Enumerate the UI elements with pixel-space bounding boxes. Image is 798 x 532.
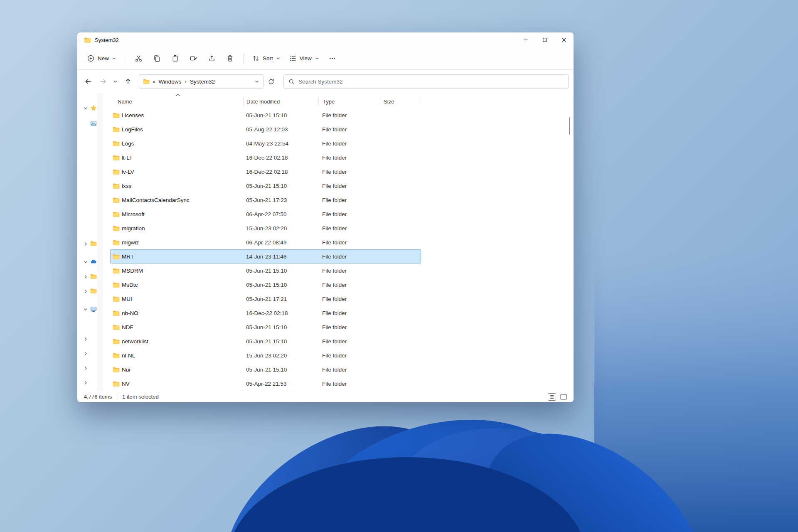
file-row[interactable]: nb-NO 16-Dec-22 02:18 File folder bbox=[110, 306, 421, 320]
forward-icon bbox=[99, 78, 107, 85]
sidebar-item[interactable] bbox=[83, 363, 88, 373]
file-date-modified: 05-Jun-21 17:21 bbox=[243, 296, 318, 302]
file-row[interactable]: MailContactsCalendarSync 05-Jun-21 17:23… bbox=[110, 193, 421, 207]
file-type: File folder bbox=[318, 338, 379, 345]
column-header-type[interactable]: Type bbox=[319, 96, 380, 107]
delete-button[interactable] bbox=[221, 51, 239, 66]
sort-button[interactable]: Sort bbox=[248, 51, 284, 66]
file-row[interactable]: Logs 04-May-23 22:54 File folder bbox=[110, 136, 421, 150]
file-date-modified: 06-Apr-22 08:49 bbox=[243, 239, 318, 246]
sidebar-item[interactable] bbox=[83, 239, 97, 249]
file-row[interactable]: migration 15-Jun-23 02:20 File folder bbox=[110, 221, 421, 235]
copy-button[interactable] bbox=[148, 51, 165, 66]
chevron-right-icon[interactable] bbox=[83, 241, 88, 246]
column-header-name[interactable]: Name bbox=[110, 96, 243, 107]
address-dropdown-button[interactable] bbox=[254, 79, 259, 84]
file-name: MUI bbox=[122, 296, 243, 302]
file-date-modified: 14-Jun-23 11:46 bbox=[243, 254, 318, 260]
file-row[interactable]: lv-LV 16-Dec-22 02:18 File folder bbox=[110, 165, 421, 179]
cut-icon bbox=[135, 54, 143, 62]
search-box[interactable] bbox=[283, 74, 569, 89]
scrollbar-thumb[interactable] bbox=[569, 117, 570, 135]
file-row[interactable]: MRT 14-Jun-23 11:46 File folder bbox=[110, 249, 421, 264]
search-input[interactable] bbox=[298, 79, 564, 85]
details-view-button[interactable] bbox=[548, 393, 556, 401]
file-type: File folder bbox=[318, 282, 379, 288]
sidebar-item[interactable] bbox=[83, 304, 97, 314]
file-row[interactable]: NV 05-Apr-22 21:53 File folder bbox=[110, 377, 421, 391]
file-list: Licenses 05-Jun-21 15:10 File folder Log… bbox=[102, 107, 574, 391]
back-button[interactable] bbox=[81, 75, 96, 88]
file-type: File folder bbox=[318, 126, 379, 133]
sidebar-item[interactable] bbox=[83, 118, 97, 128]
toolbar-separator bbox=[243, 53, 244, 64]
chevron-right-icon[interactable] bbox=[83, 380, 88, 385]
view-button[interactable]: View bbox=[285, 51, 323, 66]
close-button[interactable] bbox=[554, 32, 574, 47]
chevron-down-icon[interactable] bbox=[83, 106, 88, 111]
column-divider[interactable] bbox=[422, 98, 422, 105]
cut-button[interactable] bbox=[130, 51, 147, 66]
sidebar-item[interactable] bbox=[83, 349, 88, 359]
folder-icon bbox=[110, 197, 122, 203]
file-row[interactable]: nl-NL 15-Jun-23 02:20 File folder bbox=[110, 348, 421, 362]
chevron-right-icon[interactable] bbox=[83, 274, 88, 279]
refresh-button[interactable] bbox=[264, 75, 278, 88]
chevron-right-icon[interactable] bbox=[83, 337, 88, 342]
chevron-right-icon[interactable] bbox=[83, 351, 88, 356]
file-row[interactable]: MSDRM 05-Jun-21 15:10 File folder bbox=[110, 264, 421, 278]
breadcrumb-windows[interactable]: Windows bbox=[159, 79, 182, 85]
file-type: File folder bbox=[318, 112, 379, 118]
share-button[interactable] bbox=[203, 51, 220, 66]
sidebar-item[interactable] bbox=[83, 334, 88, 344]
column-header-date-modified[interactable]: Date modified bbox=[244, 96, 318, 107]
chevron-down-icon[interactable] bbox=[83, 259, 88, 264]
minimize-button[interactable] bbox=[516, 32, 535, 47]
folder-icon bbox=[110, 112, 122, 118]
maximize-button[interactable] bbox=[535, 32, 554, 47]
chevron-right-icon[interactable] bbox=[83, 289, 88, 294]
breadcrumb-overflow[interactable]: « bbox=[153, 79, 156, 85]
sidebar-item[interactable] bbox=[83, 103, 97, 113]
file-row[interactable]: lt-LT 16-Dec-22 02:18 File folder bbox=[110, 150, 421, 165]
sidebar-item[interactable] bbox=[83, 272, 97, 282]
selection-count: 1 item selected bbox=[122, 394, 158, 400]
file-row[interactable]: NDF 05-Jun-21 15:10 File folder bbox=[110, 320, 421, 334]
folder-icon bbox=[110, 324, 122, 330]
file-row[interactable]: LogFiles 05-Aug-22 12:03 File folder bbox=[110, 122, 421, 136]
paste-button[interactable] bbox=[166, 51, 184, 66]
chevron-right-icon[interactable] bbox=[83, 366, 88, 371]
recent-locations-button[interactable] bbox=[111, 75, 121, 88]
forward-button[interactable] bbox=[96, 75, 111, 88]
file-row[interactable]: Licenses 05-Jun-21 15:10 File folder bbox=[110, 108, 421, 122]
folder-icon bbox=[110, 211, 122, 217]
up-button[interactable] bbox=[121, 75, 135, 88]
more-options-button[interactable] bbox=[324, 51, 341, 66]
file-row[interactable]: migwiz 06-Apr-22 08:49 File folder bbox=[110, 235, 421, 249]
file-row[interactable]: networklist 05-Jun-21 15:10 File folder bbox=[110, 334, 421, 348]
navigation-bar: « Windows › System32 bbox=[77, 70, 574, 93]
folder-icon bbox=[90, 288, 97, 295]
paste-icon bbox=[171, 54, 179, 62]
list-scrollbar[interactable] bbox=[567, 107, 572, 391]
file-row[interactable]: MUI 05-Jun-21 17:21 File folder bbox=[110, 292, 421, 306]
address-bar[interactable]: « Windows › System32 bbox=[139, 74, 264, 89]
file-type: File folder bbox=[318, 169, 379, 175]
sidebar-scrollbar[interactable] bbox=[98, 93, 102, 391]
large-icons-view-button[interactable] bbox=[559, 393, 568, 401]
folder-icon bbox=[84, 37, 91, 43]
file-row[interactable]: MsDtc 05-Jun-21 15:10 File folder bbox=[110, 278, 421, 292]
sidebar-item[interactable] bbox=[83, 286, 97, 296]
titlebar[interactable]: System32 bbox=[77, 32, 574, 47]
breadcrumb-system32[interactable]: System32 bbox=[190, 79, 215, 85]
file-row[interactable]: Microsoft 06-Apr-22 07:50 File folder bbox=[110, 207, 421, 221]
sidebar-item[interactable] bbox=[83, 257, 97, 267]
file-row[interactable]: lxss 05-Jun-21 15:10 File folder bbox=[110, 179, 421, 193]
new-button[interactable]: New bbox=[83, 51, 120, 66]
rename-button[interactable] bbox=[185, 51, 202, 66]
cloud-icon bbox=[90, 259, 97, 265]
chevron-down-icon[interactable] bbox=[83, 307, 88, 312]
column-header-size[interactable]: Size bbox=[380, 96, 422, 107]
file-row[interactable]: Nui 05-Jun-21 15:10 File folder bbox=[110, 362, 421, 377]
sidebar-item[interactable] bbox=[83, 378, 88, 388]
